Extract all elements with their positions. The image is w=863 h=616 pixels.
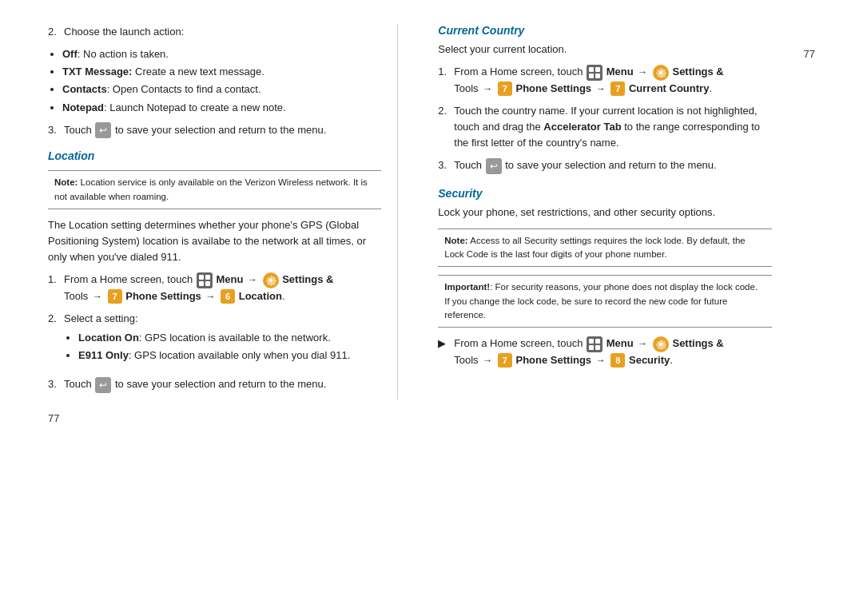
num7-sec-icon: 7	[498, 353, 512, 368]
cc-step3: 3. Touch ↩ to save your selection and re…	[438, 157, 771, 174]
intro-step2: 2. Choose the launch action:	[48, 24, 381, 40]
page-number-bottom: 77	[48, 412, 59, 424]
menu-icon	[197, 272, 213, 288]
location-bullets: Location On: GPS location is available t…	[78, 330, 381, 364]
num8-sec-icon: 8	[610, 353, 625, 368]
bullet-list-intro: Off: No action is taken. TXT Message: Cr…	[62, 46, 381, 116]
settings-icon	[263, 272, 279, 288]
menu-icon-sec	[587, 336, 603, 352]
page-number: 77	[804, 48, 815, 407]
location-section: Location Note: Location service is only …	[48, 149, 381, 393]
security-title: Security	[438, 187, 771, 200]
bullet-off: Off: No action is taken.	[62, 46, 381, 62]
cc-step2: 2. Touch the country name. If your curre…	[438, 103, 771, 151]
bullet-contacts: Contacts: Open Contacts to find a contac…	[62, 81, 381, 97]
cc-step1: 1. From a Home screen, touch Menu → Sett…	[438, 64, 771, 97]
num7-icon: 7	[108, 289, 122, 304]
num7-cc-icon: 7	[498, 81, 512, 96]
location-note: Note: Location service is only available…	[48, 170, 381, 209]
intro-step3: 3. Touch ↩ to save your selection and re…	[48, 122, 381, 139]
left-column: 2. Choose the launch action: Off: No act…	[48, 24, 398, 399]
current-country-desc: Select your current location.	[438, 42, 771, 58]
back-icon-2: ↩	[95, 377, 111, 393]
security-desc: Lock your phone, set restrictions, and o…	[438, 205, 771, 221]
bullet-e911: E911 Only: GPS location available only w…	[78, 348, 381, 364]
num6-icon: 6	[221, 289, 235, 304]
current-country-section: Current Country Select your current loca…	[438, 24, 771, 174]
location-title: Location	[48, 149, 381, 162]
security-note: Note: Access to all Security settings re…	[438, 229, 771, 268]
settings-icon-sec	[653, 336, 669, 352]
location-step2: 2. Select a setting: Location On: GPS lo…	[48, 311, 381, 370]
location-desc: The Location setting determines whether …	[48, 217, 381, 265]
num7b-cc-icon: 7	[610, 81, 625, 96]
right-column: Current Country Select your current loca…	[430, 24, 771, 399]
location-step3: 3. Touch ↩ to save your selection and re…	[48, 376, 381, 393]
security-important: Important!: For security reasons, your p…	[438, 275, 771, 328]
back-icon: ↩	[95, 122, 111, 138]
security-step: ▶ From a Home screen, touch Menu → Setti…	[438, 336, 771, 368]
security-section: Security Lock your phone, set restrictio…	[438, 187, 771, 368]
current-country-title: Current Country	[438, 24, 771, 37]
bullet-location-on: Location On: GPS location is available t…	[78, 330, 381, 346]
location-step1: 1. From a Home screen, touch Menu → Sett…	[48, 272, 381, 304]
bullet-txt: TXT Message: Create a new text message.	[62, 64, 381, 80]
back-icon-cc: ↩	[486, 158, 502, 174]
menu-icon-cc	[587, 65, 603, 81]
settings-icon-cc	[653, 65, 669, 81]
bullet-notepad: Notepad: Launch Notepad to create a new …	[62, 100, 381, 116]
